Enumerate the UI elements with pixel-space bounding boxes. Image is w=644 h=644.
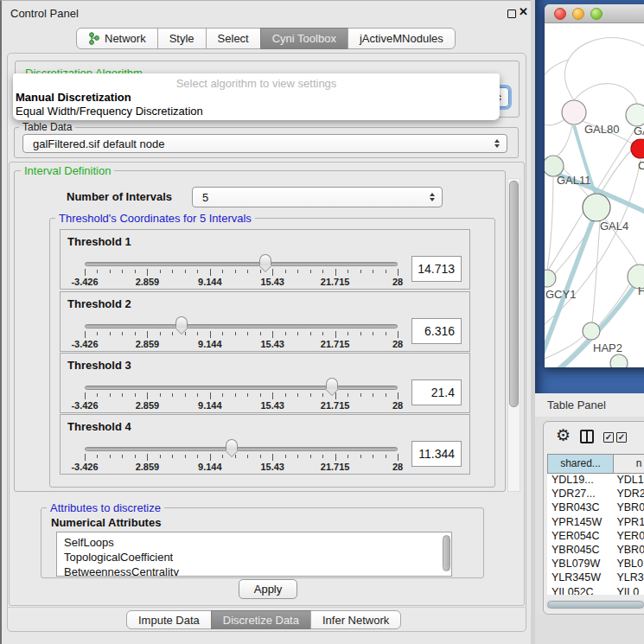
tab-discretize-data[interactable]: Discretize Data: [211, 610, 311, 629]
column-header-name[interactable]: n: [613, 454, 644, 474]
divider: [7, 607, 526, 608]
table-row[interactable]: YDL19...YDL1: [547, 474, 644, 488]
close-icon[interactable]: ✕: [519, 5, 528, 18]
threshold-label: Threshold 1: [67, 235, 131, 248]
threshold-label: Threshold 3: [67, 359, 131, 372]
threshold-slider-thumb[interactable]: [175, 316, 188, 328]
list-item[interactable]: SelfLoops: [57, 532, 451, 550]
node-label: GAL80: [584, 123, 619, 136]
node-table: ⚙ ✓ ✓ shared... n YDL19...YDL1 YDR27...Y…: [543, 421, 644, 615]
apply-button[interactable]: Apply: [239, 579, 297, 599]
thresholds-group-title: Threshold's Coordinates for 5 Intervals: [55, 212, 255, 225]
slider-tick-labels: -3.4262.8599.14415.4321.71528: [85, 277, 398, 287]
node-label: H: [638, 284, 644, 297]
threshold-slider-track[interactable]: [85, 262, 398, 266]
table-row[interactable]: YER054CYER0: [547, 530, 644, 544]
horizontal-scrollbar-thumb[interactable]: [547, 601, 644, 609]
threshold-slider-thumb[interactable]: [259, 254, 271, 265]
network-view-window: GAL80 GA C GAL11 GAL4 GCY1 H HAP2: [545, 4, 644, 367]
zoom-traffic-light-icon[interactable]: [590, 8, 603, 20]
node-gcy1[interactable]: [545, 270, 556, 287]
node-gal4[interactable]: [583, 194, 610, 221]
tab-style[interactable]: Style: [157, 28, 207, 49]
tab-infer-network[interactable]: Infer Network: [310, 610, 401, 629]
table-body[interactable]: YDL19...YDL1 YDR27...YDR2 YBR043CYBR0 YP…: [547, 474, 644, 595]
slider-ticks: [85, 331, 398, 339]
table-row[interactable]: YIL052CYIL0: [547, 586, 644, 596]
table-panel-header: Table Panel: [535, 393, 644, 417]
network-desktop: GAL80 GA C GAL11 GAL4 GCY1 H HAP2: [535, 0, 644, 394]
node-hap2[interactable]: [583, 322, 600, 340]
slider-tick-labels: -3.4262.8599.14415.4321.71528: [85, 462, 398, 472]
list-item[interactable]: TopologicalCoefficient: [57, 550, 451, 564]
table-row[interactable]: YDR27...YDR2: [547, 488, 644, 501]
panel-title: Control Panel: [10, 7, 79, 20]
numerical-attributes-label: Numerical Attributes: [51, 516, 161, 529]
table-panel-title: Table Panel: [547, 399, 606, 411]
node-red-selected[interactable]: [631, 139, 644, 158]
number-of-intervals-combobox[interactable]: 5: [192, 187, 443, 207]
cell: YDL19...: [547, 474, 613, 488]
list-scrollbar-thumb[interactable]: [443, 535, 450, 571]
threshold-2-block: Threshold 2 -3.4262.8599.14415.4321.7152…: [60, 291, 470, 352]
threshold-value-field[interactable]: 14.713: [411, 256, 462, 282]
node-gal80[interactable]: [562, 100, 586, 124]
horizontal-scrollbar-track[interactable]: [545, 600, 644, 609]
threshold-slider-thumb[interactable]: [226, 439, 238, 450]
network-canvas[interactable]: GAL80 GA C GAL11 GAL4 GCY1 H HAP2: [545, 23, 644, 367]
threshold-value-field[interactable]: 21.4: [411, 379, 462, 405]
table-row[interactable]: YBR045CYBR0: [547, 544, 644, 558]
cell: YPR145W: [547, 516, 613, 530]
bottom-tab-bar: Impute Data Discretize Data Infer Networ…: [126, 610, 401, 629]
vertical-scrollbar-thumb[interactable]: [509, 181, 519, 407]
tab-label: Network: [105, 32, 146, 45]
list-item[interactable]: BetweennessCentrality: [57, 564, 451, 577]
tab-impute-data[interactable]: Impute Data: [126, 610, 212, 629]
threshold-slider-thumb[interactable]: [326, 378, 338, 389]
table-row[interactable]: YLR345WYLR3: [547, 571, 644, 585]
dropdown-item-manual-discretization[interactable]: Manual Discretization: [16, 91, 131, 104]
node-partial-top-right[interactable]: [626, 104, 644, 126]
network-icon: [88, 32, 99, 45]
threshold-slider-track[interactable]: [85, 386, 398, 390]
tab-select[interactable]: Select: [206, 28, 261, 49]
numerical-attributes-list[interactable]: SelfLoops TopologicalCoefficient Between…: [56, 532, 452, 577]
tab-cyni-toolbox[interactable]: Cyni Toolbox: [260, 28, 348, 49]
node-label: GA: [634, 124, 644, 137]
threshold-label: Threshold 2: [67, 297, 131, 310]
column-header-shared-name[interactable]: shared...: [547, 454, 614, 474]
node-label: C: [638, 159, 644, 172]
float-window-icon[interactable]: [507, 10, 516, 18]
interval-definition-title: Interval Definition: [21, 164, 114, 177]
checkbox-icon[interactable]: ✓: [616, 432, 627, 443]
network-window-titlebar[interactable]: [545, 4, 644, 23]
cell: YIL052C: [547, 586, 613, 596]
close-traffic-light-icon[interactable]: [554, 8, 566, 20]
dropdown-prompt: Select algorithm to view settings: [13, 77, 500, 90]
cell: YLR3: [613, 571, 644, 585]
threshold-slider-track[interactable]: [85, 324, 398, 328]
tab-jactivemnodules[interactable]: jActiveMNodules: [348, 28, 456, 49]
threshold-value-field[interactable]: 11.344: [411, 441, 462, 467]
threshold-value-field[interactable]: 6.316: [411, 318, 462, 344]
table-row[interactable]: YBR043CYBR0: [547, 501, 644, 515]
tab-label: jActiveMNodules: [360, 32, 443, 45]
cell: YBR045C: [547, 544, 613, 558]
cell: YPR1: [613, 516, 644, 530]
node-partial-bottom[interactable]: [610, 354, 628, 367]
table-row[interactable]: YBL079WYBL0: [547, 558, 644, 571]
table-data-combobox[interactable]: galFiltered.sif default node: [22, 134, 507, 153]
threshold-label: Threshold 4: [67, 420, 131, 433]
minimize-traffic-light-icon[interactable]: [572, 8, 584, 20]
gear-icon[interactable]: ⚙: [556, 425, 571, 445]
table-row[interactable]: YPR145WYPR1: [547, 516, 644, 530]
dropdown-item-equal-width-frequency[interactable]: Equal Width/Frequency Discretization: [16, 105, 203, 118]
columns-icon[interactable]: [580, 430, 594, 443]
slider-tick-labels: -3.4262.8599.14415.4321.71528: [85, 400, 398, 411]
algorithm-dropdown-popup: Select algorithm to view settings Manual…: [13, 73, 500, 120]
tab-label: Style: [169, 32, 194, 45]
cell: YBL079W: [547, 558, 613, 571]
checkbox-icon[interactable]: ✓: [603, 432, 614, 443]
tab-network[interactable]: Network: [76, 28, 158, 49]
threshold-slider-track[interactable]: [85, 447, 398, 451]
